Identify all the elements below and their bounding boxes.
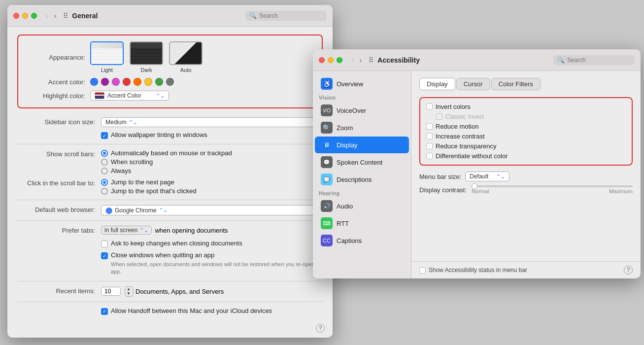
highlight-flag-icon (95, 92, 104, 99)
browser-select[interactable]: ⬤ Google Chrome ⌃⌄ (101, 205, 323, 215)
click-spot-radio[interactable]: Jump to the spot that's clicked (101, 187, 323, 195)
light-thumb-img (90, 41, 124, 65)
accent-gray[interactable] (166, 78, 174, 86)
stepper-up-icon[interactable]: ▲ (127, 287, 131, 291)
acc-maximize-button[interactable] (337, 57, 342, 63)
scroll-auto-radio-btn[interactable] (101, 150, 108, 157)
increase-contrast-checkbox[interactable] (426, 133, 433, 139)
light-theme-label: Light (101, 67, 113, 73)
acc-forward-arrow-icon[interactable]: › (358, 55, 364, 65)
general-search-input[interactable] (259, 12, 323, 19)
descriptions-icon: 💬 (321, 173, 333, 185)
appearance-section: Appearance: Light Dark Auto (17, 34, 323, 108)
classic-invert-checkbox[interactable] (436, 113, 442, 120)
nav-arrows: ‹ › (44, 11, 58, 21)
click-next-radio[interactable]: Jump to the next page (101, 178, 323, 186)
click-spot-radio-btn[interactable] (101, 188, 108, 195)
scroll-scrolling-radio[interactable]: When scrolling (101, 158, 323, 166)
acc-help-button[interactable]: ? (624, 266, 633, 275)
traffic-lights (13, 13, 37, 19)
scroll-bars-label: Show scroll bars: (17, 149, 101, 159)
differentiate-checkbox[interactable] (426, 153, 433, 159)
accent-yellow[interactable] (144, 78, 152, 86)
browser-content: ⬤ Google Chrome ⌃⌄ (101, 205, 323, 215)
captions-label: Captions (337, 237, 362, 244)
auto-theme-button[interactable]: Auto (169, 41, 203, 73)
scroll-always-radio[interactable]: Always (101, 167, 323, 174)
recent-items-label: Recent items: (17, 286, 101, 296)
appearance-thumbs: Light Dark Auto (90, 41, 203, 73)
audio-label: Audio (337, 203, 353, 210)
recent-items-stepper[interactable]: ▲ ▼ (125, 286, 134, 297)
contrast-max-label: Maximum (609, 188, 633, 194)
contrast-slider[interactable] (472, 185, 633, 187)
general-content: Appearance: Light Dark Auto (7, 27, 333, 338)
sidebar-item-captions[interactable]: CC Captions (315, 232, 409, 249)
sidebar-item-overview[interactable]: ♿ Overview (315, 75, 409, 92)
click-scroll-row: Click in the scroll bar to: Jump to the … (17, 178, 323, 195)
grid-icon[interactable]: ⠿ (63, 12, 68, 20)
dark-thumb-img (130, 41, 163, 65)
general-search-box[interactable]: 🔍 (245, 11, 327, 21)
highlight-color-select[interactable]: Accent Color ⌃⌄ (90, 91, 169, 101)
back-arrow-icon[interactable]: ‹ (44, 11, 50, 21)
accent-blue[interactable] (90, 78, 98, 86)
acc-search-input[interactable] (567, 57, 631, 64)
acc-grid-icon[interactable]: ⠿ (369, 56, 373, 64)
tab-display[interactable]: Display (419, 78, 455, 90)
general-help-button[interactable]: ? (316, 324, 325, 333)
close-button[interactable] (13, 13, 19, 19)
invert-colors-checkbox[interactable] (426, 104, 433, 110)
sidebar-item-spoken[interactable]: 💬 Spoken Content (315, 154, 409, 171)
stepper-down-icon[interactable]: ▼ (127, 292, 131, 296)
acc-minimize-button[interactable] (328, 57, 334, 63)
wallpaper-tinting-checkbox[interactable] (101, 132, 108, 139)
acc-main: Display Cursor Color Filters Invert colo… (411, 71, 641, 261)
ask-keep-content: Ask to keep changes when closing documen… (101, 240, 323, 247)
scroll-scrolling-radio-btn[interactable] (101, 159, 108, 166)
acc-close-button[interactable] (319, 57, 325, 63)
show-status-checkbox[interactable] (419, 267, 426, 274)
acc-nav-arrows: ‹ › (349, 55, 364, 65)
acc-sidebar: ♿ Overview Vision VO VoiceOver 🔍 Zoom 🖥 … (313, 71, 411, 278)
scroll-auto-radio[interactable]: Automatically based on mouse or trackpad (101, 149, 323, 157)
tab-cursor[interactable]: Cursor (456, 78, 490, 90)
click-next-radio-btn[interactable] (101, 179, 108, 186)
accent-pink[interactable] (112, 78, 120, 86)
wallpaper-tinting-content: Allow wallpaper tinting in windows (101, 131, 323, 139)
overview-icon: ♿ (321, 78, 333, 90)
dark-theme-button[interactable]: Dark (130, 41, 163, 73)
reduce-transparency-checkbox[interactable] (426, 143, 433, 149)
prefer-tabs-select[interactable]: in full screen ⌃⌄ (101, 226, 152, 235)
close-windows-checkbox[interactable] (101, 252, 108, 259)
highlight-color-row: Highlight color: Accent Color ⌃⌄ (26, 91, 314, 101)
accent-red[interactable] (123, 78, 131, 86)
rtt-label: RTT (337, 220, 349, 227)
sidebar-icon-select[interactable]: Medium ⌃⌄ (101, 117, 323, 127)
dark-theme-label: Dark (140, 67, 152, 73)
handoff-checkbox[interactable] (101, 308, 108, 315)
accent-green[interactable] (155, 78, 163, 86)
accent-orange[interactable] (134, 78, 141, 86)
sidebar-item-descriptions[interactable]: 💬 Descriptions (315, 171, 409, 188)
scroll-always-radio-btn[interactable] (101, 168, 108, 174)
sidebar-item-audio[interactable]: 🔊 Audio (315, 198, 409, 214)
accent-purple[interactable] (101, 78, 109, 86)
sidebar-item-zoom[interactable]: 🔍 Zoom (315, 119, 409, 136)
sidebar-item-voiceover[interactable]: VO VoiceOver (315, 102, 409, 119)
menu-bar-chevron: ⌃⌄ (496, 173, 505, 180)
minimize-button[interactable] (22, 13, 28, 19)
sidebar-item-rtt[interactable]: ⌨ RTT (315, 215, 409, 232)
menu-bar-size-select[interactable]: Default ⌃⌄ (465, 172, 509, 181)
vision-section-label: Vision (313, 93, 411, 102)
tab-color-filters[interactable]: Color Filters (491, 78, 541, 90)
maximize-button[interactable] (31, 13, 37, 19)
acc-search-box[interactable]: 🔍 (553, 55, 635, 65)
forward-arrow-icon[interactable]: › (52, 11, 59, 21)
ask-keep-checkbox[interactable] (101, 241, 108, 247)
slider-thumb[interactable] (472, 183, 477, 189)
sidebar-item-display[interactable]: 🖥 Display (315, 137, 409, 153)
reduce-motion-checkbox[interactable] (426, 123, 433, 130)
acc-back-arrow-icon[interactable]: ‹ (349, 55, 356, 65)
light-theme-button[interactable]: Light (90, 41, 124, 73)
